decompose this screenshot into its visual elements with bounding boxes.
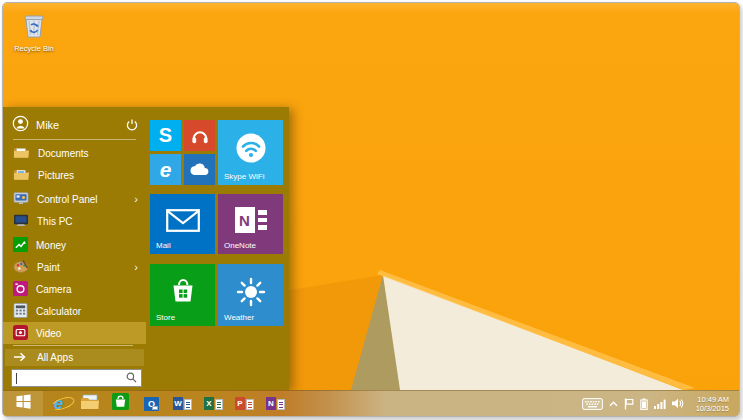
control-panel-icon: [13, 192, 29, 207]
clock-time: 10:49 AM: [696, 395, 729, 404]
pictures-folder-icon: [13, 167, 30, 183]
skype-icon: S: [159, 124, 172, 147]
word-icon: W: [173, 397, 192, 410]
powerpoint-icon: P: [235, 397, 254, 410]
tile-skype[interactable]: S: [150, 120, 181, 151]
menu-separator: [13, 139, 136, 140]
taskbar-excel-button[interactable]: X: [198, 391, 229, 416]
tile-label: Weather: [224, 313, 254, 322]
start-menu-left-column: Mike: [3, 107, 146, 390]
power-button[interactable]: [124, 117, 140, 133]
taskbar-file-explorer-button[interactable]: [74, 391, 105, 416]
tile-label: Store: [156, 313, 175, 322]
paint-icon: [13, 259, 29, 275]
menu-item-camera[interactable]: Camera: [3, 278, 146, 300]
internet-explorer-icon: e: [160, 158, 172, 182]
user-avatar-icon: [12, 115, 29, 136]
tile-label: Skype WiFi: [224, 172, 264, 181]
desktop: Recycle Bin Mike: [3, 3, 739, 390]
this-pc-icon: [13, 214, 29, 229]
search-icon[interactable]: [126, 369, 137, 387]
headphones-icon: [184, 120, 215, 151]
recycle-bin-icon: [21, 25, 47, 42]
taskbar-store-button[interactable]: [105, 391, 136, 416]
menu-item-paint[interactable]: Paint ›: [3, 256, 146, 278]
start-menu-tiles: S e: [150, 107, 289, 390]
show-hidden-chevron-icon[interactable]: [609, 401, 618, 407]
menu-item-this-pc[interactable]: This PC: [3, 210, 146, 232]
taskbar-internet-explorer-button[interactable]: e: [43, 391, 74, 416]
start-menu: Mike: [3, 107, 289, 390]
documents-folder-icon: [13, 145, 30, 161]
taskbar-powerpoint-button[interactable]: P: [229, 391, 260, 416]
tile-store[interactable]: Store: [150, 264, 215, 326]
tile-internet-explorer[interactable]: e: [150, 154, 181, 185]
onenote-icon: N: [266, 397, 285, 410]
calculator-icon: [13, 303, 28, 320]
taskbar-word-button[interactable]: W: [167, 391, 198, 416]
menu-item-control-panel[interactable]: Control Panel ›: [3, 188, 146, 210]
all-apps-button[interactable]: All Apps: [5, 349, 144, 366]
battery-icon[interactable]: [640, 398, 648, 410]
onedrive-cloud-icon: [184, 154, 215, 185]
tile-onenote[interactable]: N OneNote: [218, 194, 283, 254]
recycle-bin-desktop-icon[interactable]: Recycle Bin: [11, 11, 57, 53]
store-icon: [112, 393, 129, 414]
action-center-flag-icon[interactable]: [624, 398, 634, 410]
start-button[interactable]: [3, 391, 43, 416]
all-apps-arrow-icon: [13, 352, 27, 364]
keyboard-icon[interactable]: [582, 398, 603, 410]
menu-item-video[interactable]: Video: [3, 322, 146, 344]
tile-label: OneNote: [224, 241, 256, 250]
taskbar-clock[interactable]: 10:49 AM 10/3/2015: [690, 395, 735, 413]
text-caret: [16, 373, 17, 384]
menu-item-pictures[interactable]: Pictures: [3, 164, 146, 186]
user-name[interactable]: Mike: [36, 119, 117, 131]
tile-mail[interactable]: Mail: [150, 194, 215, 254]
menu-separator: [13, 345, 133, 346]
clock-date: 10/3/2015: [696, 404, 729, 413]
windows-start-icon: [16, 394, 31, 413]
menu-item-documents[interactable]: Documents: [3, 142, 146, 164]
volume-icon[interactable]: [672, 398, 684, 409]
camera-icon: [13, 281, 28, 298]
taskbar-onenote-button[interactable]: N: [260, 391, 291, 416]
onenote-icon: N: [235, 207, 267, 233]
menu-item-calculator[interactable]: Calculator: [3, 300, 146, 322]
tile-skype-wifi[interactable]: Skype WiFi: [218, 120, 283, 185]
submenu-chevron-icon: ›: [134, 193, 138, 205]
system-tray: 10:49 AM 10/3/2015: [582, 395, 739, 413]
tile-music[interactable]: [184, 120, 215, 151]
tile-weather[interactable]: Weather: [218, 264, 283, 326]
all-apps-label: All Apps: [37, 352, 73, 363]
menu-items: Documents: [3, 142, 146, 344]
tile-onedrive[interactable]: [184, 154, 215, 185]
excel-icon: X: [204, 397, 223, 410]
network-signal-icon[interactable]: [654, 399, 666, 409]
internet-explorer-icon: e: [54, 394, 63, 414]
submenu-chevron-icon: ›: [134, 261, 138, 273]
tile-label: Mail: [156, 241, 171, 250]
menu-item-money[interactable]: Money: [3, 234, 146, 256]
screen: Recycle Bin Mike: [2, 2, 740, 417]
taskbar: e: [3, 390, 739, 416]
user-row: Mike: [12, 113, 140, 137]
start-search-input[interactable]: [19, 373, 126, 384]
screenshot-frame: Recycle Bin Mike: [0, 0, 743, 420]
video-icon: [13, 325, 28, 342]
recycle-bin-label: Recycle Bin: [11, 44, 57, 53]
money-icon: [13, 237, 28, 254]
taskbar-outlook-button[interactable]: O: [136, 391, 167, 416]
start-search-box[interactable]: [11, 369, 142, 387]
file-explorer-icon: [80, 394, 100, 414]
outlook-icon: O: [144, 397, 159, 411]
